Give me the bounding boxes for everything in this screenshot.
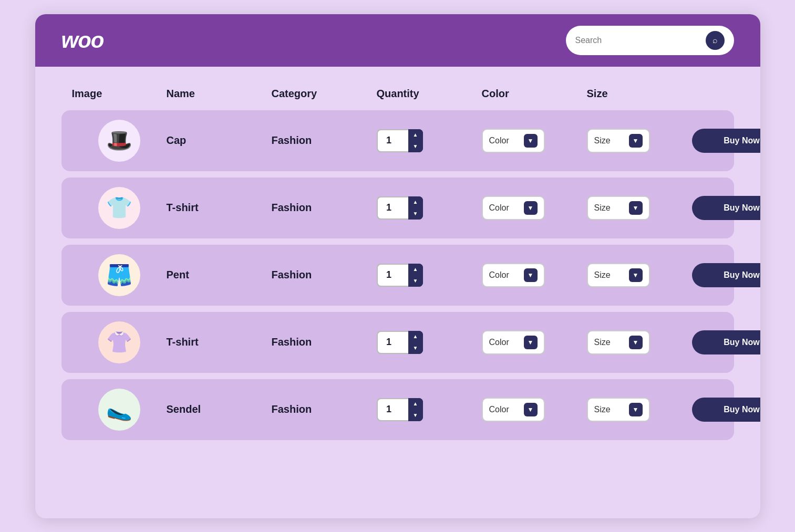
product-image: 👚	[98, 321, 140, 363]
size-label: Size	[594, 405, 626, 414]
table-row: 🥿 Sendel Fashion ▲ ▼ Color ▼ Size ▼ Buy …	[61, 379, 734, 440]
color-chevron-icon: ▼	[524, 268, 538, 282]
quantity-stepper: ▲ ▼	[377, 331, 435, 354]
product-category: Fashion	[272, 269, 377, 281]
qty-buttons: ▲ ▼	[408, 398, 423, 421]
quantity-input[interactable]	[377, 264, 408, 287]
col-color: Color	[482, 88, 587, 100]
size-label: Size	[594, 338, 626, 347]
product-emoji: 🩳	[106, 263, 132, 287]
qty-up-button[interactable]: ▲	[408, 264, 423, 275]
header: woo ⌕	[35, 14, 760, 67]
buy-now-button[interactable]: Buy Now	[692, 129, 760, 153]
color-dropdown[interactable]: Color ▼	[482, 263, 545, 287]
buy-now-button[interactable]: Buy Now	[692, 330, 760, 354]
size-label: Size	[594, 136, 626, 145]
color-dropdown[interactable]: Color ▼	[482, 129, 545, 153]
product-list: 🎩 Cap Fashion ▲ ▼ Color ▼ Size ▼ Buy Now	[61, 110, 734, 440]
quantity-stepper: ▲ ▼	[377, 398, 435, 421]
product-category: Fashion	[272, 202, 377, 214]
qty-buttons: ▲ ▼	[408, 264, 423, 287]
table-row: 🎩 Cap Fashion ▲ ▼ Color ▼ Size ▼ Buy Now	[61, 110, 734, 171]
table-row: 👕 T-shirt Fashion ▲ ▼ Color ▼ Size ▼ Buy…	[61, 178, 734, 238]
product-name: Cap	[167, 134, 272, 147]
search-icon: ⌕	[713, 36, 718, 45]
col-name: Name	[167, 88, 272, 100]
column-headers: Image Name Category Quantity Color Size	[61, 82, 734, 105]
product-image-wrapper: 🩳	[72, 254, 167, 296]
product-image-wrapper: 👚	[72, 321, 167, 363]
size-chevron-icon: ▼	[629, 201, 643, 215]
qty-down-button[interactable]: ▼	[408, 410, 423, 421]
table-row: 👚 T-shirt Fashion ▲ ▼ Color ▼ Size ▼ Buy…	[61, 312, 734, 373]
quantity-input[interactable]	[377, 129, 408, 152]
search-bar: ⌕	[566, 26, 734, 55]
product-emoji: 👕	[106, 195, 132, 220]
color-dropdown[interactable]: Color ▼	[482, 196, 545, 220]
qty-up-button[interactable]: ▲	[408, 196, 423, 208]
quantity-stepper: ▲ ▼	[377, 264, 435, 287]
qty-up-button[interactable]: ▲	[408, 398, 423, 410]
qty-up-button[interactable]: ▲	[408, 129, 423, 141]
product-category: Fashion	[272, 134, 377, 147]
size-dropdown[interactable]: Size ▼	[587, 330, 650, 354]
qty-down-button[interactable]: ▼	[408, 141, 423, 152]
size-chevron-icon: ▼	[629, 336, 643, 349]
color-label: Color	[489, 270, 521, 280]
quantity-stepper: ▲ ▼	[377, 196, 435, 220]
buy-now-button[interactable]: Buy Now	[692, 398, 760, 422]
color-chevron-icon: ▼	[524, 403, 538, 416]
col-size: Size	[587, 88, 692, 100]
product-image: 👕	[98, 187, 140, 229]
search-button[interactable]: ⌕	[706, 31, 725, 50]
size-dropdown[interactable]: Size ▼	[587, 129, 650, 153]
color-dropdown[interactable]: Color ▼	[482, 330, 545, 354]
qty-buttons: ▲ ▼	[408, 331, 423, 354]
qty-buttons: ▲ ▼	[408, 129, 423, 152]
product-image-wrapper: 🎩	[72, 120, 167, 162]
product-emoji: 👚	[106, 330, 132, 354]
logo: woo	[61, 28, 104, 53]
product-image: 🥿	[98, 389, 140, 431]
product-emoji: 🎩	[106, 128, 132, 153]
qty-up-button[interactable]: ▲	[408, 331, 423, 342]
table-row: 🩳 Pent Fashion ▲ ▼ Color ▼ Size ▼ Buy No…	[61, 245, 734, 306]
col-image: Image	[72, 88, 167, 100]
size-chevron-icon: ▼	[629, 268, 643, 282]
product-name: T-shirt	[167, 202, 272, 214]
product-category: Fashion	[272, 403, 377, 415]
qty-buttons: ▲ ▼	[408, 196, 423, 220]
search-input[interactable]	[575, 36, 700, 45]
table-container: Image Name Category Quantity Color Size …	[35, 67, 760, 462]
product-name: Sendel	[167, 403, 272, 415]
color-chevron-icon: ▼	[524, 336, 538, 349]
size-label: Size	[594, 203, 626, 213]
color-label: Color	[489, 338, 521, 347]
size-chevron-icon: ▼	[629, 134, 643, 148]
product-image-wrapper: 🥿	[72, 389, 167, 431]
color-label: Color	[489, 203, 521, 213]
quantity-input[interactable]	[377, 196, 408, 220]
size-dropdown[interactable]: Size ▼	[587, 398, 650, 422]
qty-down-button[interactable]: ▼	[408, 275, 423, 287]
size-dropdown[interactable]: Size ▼	[587, 263, 650, 287]
product-image-wrapper: 👕	[72, 187, 167, 229]
app-container: woo ⌕ Image Name Category Quantity Color…	[35, 14, 760, 518]
product-category: Fashion	[272, 336, 377, 348]
col-quantity: Quantity	[377, 88, 482, 100]
color-chevron-icon: ▼	[524, 201, 538, 215]
qty-down-button[interactable]: ▼	[408, 208, 423, 220]
buy-now-button[interactable]: Buy Now	[692, 196, 760, 220]
qty-down-button[interactable]: ▼	[408, 342, 423, 354]
quantity-input[interactable]	[377, 398, 408, 421]
color-dropdown[interactable]: Color ▼	[482, 398, 545, 422]
buy-now-button[interactable]: Buy Now	[692, 263, 760, 287]
color-label: Color	[489, 136, 521, 145]
color-chevron-icon: ▼	[524, 134, 538, 148]
size-dropdown[interactable]: Size ▼	[587, 196, 650, 220]
size-label: Size	[594, 270, 626, 280]
col-category: Category	[272, 88, 377, 100]
quantity-input[interactable]	[377, 331, 408, 354]
product-name: T-shirt	[167, 336, 272, 348]
product-emoji: 🥿	[106, 397, 132, 422]
